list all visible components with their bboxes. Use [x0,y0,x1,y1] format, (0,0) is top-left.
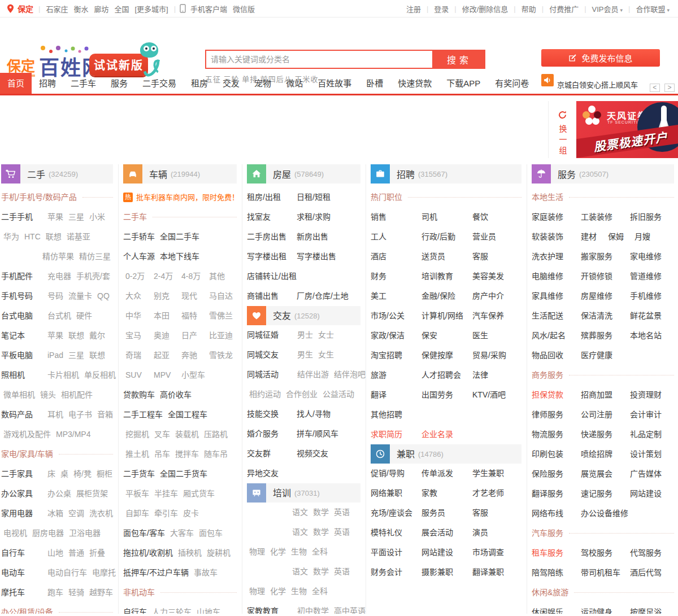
category-link[interactable]: 家具维修 [532,286,581,306]
category-link[interactable]: 生物 [291,582,307,601]
category-link[interactable]: 别克 [154,286,181,306]
category-link[interactable]: 流量卡 [68,286,92,306]
nav-item-租房[interactable]: 租房 [184,73,215,94]
category-link[interactable]: 苹果 [47,207,63,227]
category-link[interactable]: 展览展会 [581,464,630,484]
nav-item-服务[interactable]: 服务 [103,73,135,94]
category-link[interactable]: HTC [24,227,41,247]
nav-item-二手车[interactable]: 二手车 [63,73,103,94]
category-link[interactable]: 戴尔 [89,326,105,346]
search-button[interactable]: 搜索 [433,50,485,69]
category-link[interactable]: 电脑维修 [532,267,581,286]
category-link[interactable]: 本地名站 [630,326,674,346]
category-link[interactable]: 速记服务 [581,484,630,504]
category-link[interactable]: 苹果 [47,326,63,346]
category-link[interactable]: 二手轿车 [123,227,155,247]
category-link[interactable]: 全科 [312,542,328,562]
category-link[interactable]: 英语 [334,503,350,522]
category-link[interactable]: 音箱 [97,405,113,425]
category-link[interactable]: 小米 [89,207,105,227]
category-link[interactable]: 学生兼职 [472,464,521,483]
category-link[interactable]: 公益活动 [323,385,354,404]
category-header-jobs[interactable]: 招聘(315567) [371,164,521,184]
category-link[interactable]: 联想 [68,326,84,346]
city-link[interactable]: [更多城市] [134,5,168,14]
category-link[interactable]: 驾校服务 [581,543,630,563]
category-link[interactable]: 保姆 [608,227,634,247]
category-link[interactable]: 全科 [312,582,328,601]
category-link[interactable]: 二手货车 [123,464,155,484]
category-link[interactable]: 面包车/客车 [123,523,165,543]
category-link[interactable]: 生活配送 [532,306,581,326]
category-link[interactable]: 三星 [68,207,84,227]
category-header-housing[interactable]: 房屋(578649) [247,164,360,184]
city-link[interactable]: 衡水 [73,5,88,14]
category-link[interactable]: 男士 [297,325,313,345]
nav-item-百姓故事[interactable]: 百姓故事 [310,73,359,94]
category-link[interactable]: 美容美发 [472,267,521,286]
category-link[interactable]: 轻骑 [68,583,84,602]
category-link[interactable]: 房产中介 [472,286,521,306]
category-link[interactable]: 初中数学 [297,601,329,614]
category-link[interactable]: 金融/保险 [421,286,472,306]
category-link[interactable]: 会计审计 [630,405,674,425]
category-link[interactable]: 模特礼仪 [371,523,421,543]
category-link[interactable]: 写字楼出租 [247,247,297,267]
category-link[interactable]: 女士 [318,325,334,345]
category-link[interactable]: 越野车 [89,583,113,602]
category-link[interactable]: 展柜货架 [76,484,108,504]
category-link[interactable]: 日租/短租 [297,187,360,207]
category-link[interactable]: 物理 [249,582,265,601]
category-link[interactable]: 找室友 [247,207,297,227]
category-link[interactable]: 物流服务 [532,425,581,444]
category-link[interactable]: 山地 [47,543,63,563]
category-link[interactable]: 日产 [181,326,209,346]
category-link[interactable]: 印刷包装 [532,444,581,464]
category-link[interactable]: 本田 [154,306,181,326]
category-link[interactable]: 大众 [125,286,154,306]
category-link[interactable]: 充电器 [47,267,71,286]
category-link[interactable]: 律师服务 [532,405,581,425]
category-link[interactable]: 网站建设 [421,543,472,562]
category-link[interactable]: 面包车 [199,523,223,543]
category-label-link[interactable]: 平板电脑 [1,346,42,365]
category-link[interactable]: 搬家服务 [581,247,630,267]
category-link[interactable]: 插秧机 [178,543,202,563]
category-link[interactable]: 法律 [472,365,521,385]
nav-item-二手交易[interactable]: 二手交易 [135,73,184,94]
category-label-link[interactable]: 同城征婚 [247,325,292,345]
category-link[interactable]: 卡片相机 [47,365,79,385]
category-link[interactable]: 卫浴电器 [69,523,101,543]
category-link[interactable]: 广告媒体 [630,464,674,484]
category-link[interactable]: 翻译服务 [532,484,581,504]
category-label-link[interactable]: 台式电脑 [1,306,42,326]
category-link[interactable]: 鲜花盆景 [630,306,674,326]
category-link[interactable]: 店铺转让/出租 [247,267,297,286]
nav-item-下载APP[interactable]: 下载APP [439,73,488,94]
ticker-next-button[interactable]: > [664,84,675,92]
category-link[interactable]: 挖掘机 [125,425,149,444]
category-link[interactable]: 开锁修锁 [581,267,630,286]
category-link[interactable]: 结伴出游 [297,365,329,385]
category-link[interactable]: 推土机 [125,444,149,464]
category-link[interactable]: 技能交换 [247,404,297,424]
category-link[interactable]: 行政/后勤 [421,227,472,247]
category-link[interactable]: 营业员 [472,227,521,247]
category-link[interactable]: 财务会计 [371,562,421,582]
category-link[interactable]: 半挂车 [154,484,178,504]
category-link[interactable]: 新房出售 [297,227,360,247]
category-link[interactable]: 厂房/仓库/土地 [297,286,360,306]
category-link[interactable]: 语文 [292,503,308,522]
category-link[interactable]: 招商加盟 [581,385,630,405]
category-link[interactable]: 婚介服务 [247,424,297,444]
category-link[interactable]: 橱柜 [97,464,112,484]
category-link[interactable]: 翻译 [371,385,421,405]
category-link[interactable]: 商铺出售 [247,286,297,306]
city-link[interactable]: 廊坊 [94,5,108,14]
nav-item-首页[interactable]: 首页 [0,73,32,94]
category-link[interactable]: 租房/出租 [247,187,297,207]
category-link[interactable]: 家政/保洁 [371,326,421,346]
category-link[interactable]: 全国二手车 [160,227,199,247]
category-link[interactable]: 现代 [181,286,209,306]
category-link[interactable]: 按摩足浴 [630,602,674,614]
